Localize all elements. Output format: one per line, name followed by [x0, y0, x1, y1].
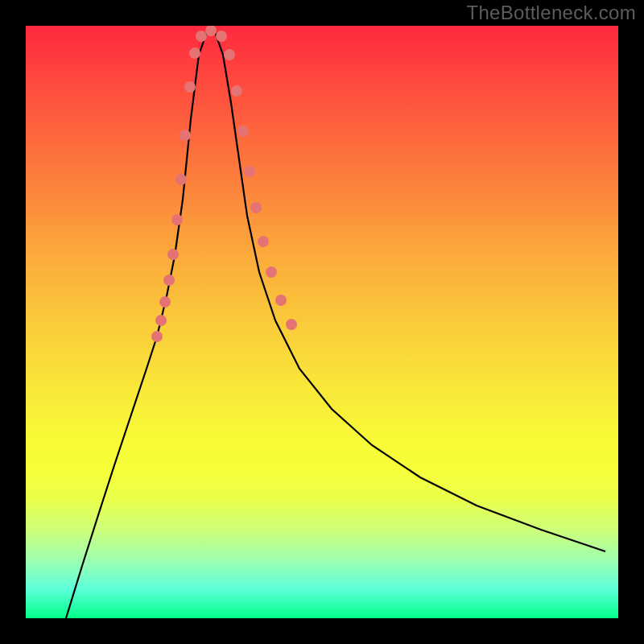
curve-marker: [275, 295, 287, 306]
curve-svg: [26, 26, 618, 618]
curve-marker: [250, 202, 262, 213]
curve-marker: [266, 266, 277, 278]
chart-frame: TheBottleneck.com: [0, 0, 644, 644]
curve-marker: [189, 47, 200, 59]
curve-marker: [155, 315, 167, 326]
plot-area: [26, 26, 618, 618]
curve-marker: [196, 31, 207, 42]
curve-marker: [205, 26, 217, 36]
watermark-text: TheBottleneck.com: [466, 2, 636, 24]
bottleneck-curve: [66, 32, 605, 618]
curve-marker: [224, 49, 235, 60]
curve-marker: [286, 319, 297, 330]
curve-marker: [175, 174, 187, 185]
curve-marker: [258, 236, 269, 247]
curve-marker: [159, 296, 171, 308]
curve-marker: [237, 126, 249, 137]
curve-markers: [151, 26, 297, 342]
curve-marker: [163, 275, 175, 286]
curve-marker: [231, 85, 242, 97]
curve-marker: [244, 166, 255, 177]
curve-marker: [216, 31, 227, 42]
curve-marker: [171, 214, 183, 225]
curve-marker: [180, 130, 191, 141]
curve-marker: [151, 331, 163, 342]
curve-marker: [167, 249, 179, 260]
curve-marker: [184, 81, 196, 93]
